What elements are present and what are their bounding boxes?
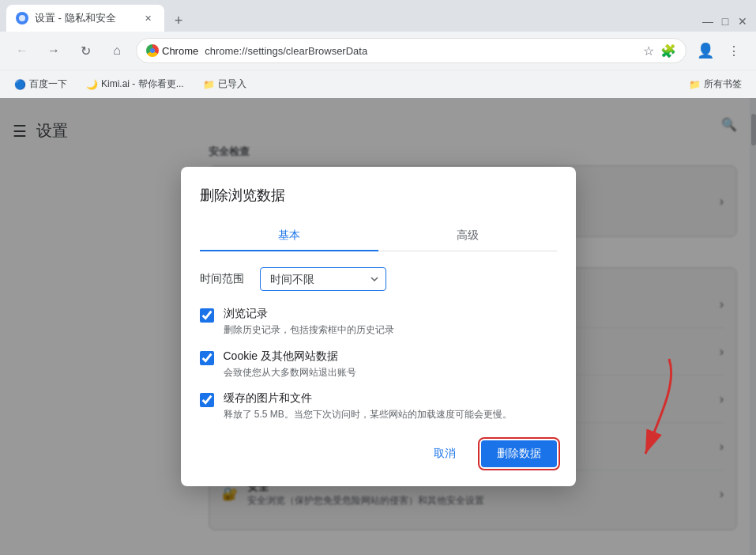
all-bookmarks-label: 所有书签: [704, 77, 742, 91]
minimize-button[interactable]: —: [701, 14, 715, 28]
bookmark-star-icon[interactable]: ☆: [643, 43, 654, 59]
folder-icon: 📁: [203, 79, 215, 90]
tab-basic[interactable]: 基本: [200, 221, 378, 251]
checkbox-cookies-content: Cookie 及其他网站数据 会致使您从大多数网站退出账号: [224, 349, 557, 379]
all-bookmarks-folder-icon: 📁: [689, 79, 701, 90]
time-range-row: 时间范围 时间不限 最近一小时 过去一天 过去一周 过去四周: [200, 267, 557, 291]
reload-button[interactable]: ↻: [73, 38, 98, 63]
tab-title: 设置 - 隐私和安全: [35, 11, 134, 25]
checkbox-history-title: 浏览记录: [224, 307, 557, 321]
bookmarks-bar: 🔵 百度一下 🌙 Kimi.ai - 帮你看更... 📁 已导入 📁 所有书签: [0, 70, 756, 98]
checkbox-cookies-desc: 会致使您从大多数网站退出账号: [224, 366, 557, 379]
imported-label: 已导入: [218, 77, 246, 91]
chrome-logo: Chrome: [146, 44, 198, 57]
red-arrow-annotation: [598, 351, 693, 478]
brand-name: Chrome: [162, 45, 198, 57]
forward-button[interactable]: →: [41, 38, 66, 63]
menu-button[interactable]: ⋮: [721, 38, 747, 63]
nav-icons: 👤 ⋮: [693, 38, 747, 63]
checkbox-cache-desc: 释放了 5.5 MB。当您下次访问时，某些网站的加载速度可能会更慢。: [224, 408, 557, 421]
dialog-tabs: 基本 高级: [200, 221, 557, 251]
bookmark-imported[interactable]: 📁 已导入: [198, 74, 251, 94]
delete-button[interactable]: 删除数据: [481, 440, 557, 467]
checkbox-cache-content: 缓存的图片和文件 释放了 5.5 MB。当您下次访问时，某些网站的加载速度可能会…: [224, 391, 557, 421]
address-bar[interactable]: Chrome chrome://settings/clearBrowserDat…: [136, 38, 686, 63]
dialog-overlay: 删除浏览数据 基本 高级 时间范围 时间不限 最近一小时 过去一天 过去一周 过…: [0, 98, 756, 555]
home-button[interactable]: ⌂: [104, 38, 130, 63]
active-tab[interactable]: 设置 - 隐私和安全 ✕: [6, 5, 164, 32]
maximize-button[interactable]: □: [718, 14, 732, 28]
kimi-icon: 🌙: [86, 79, 98, 90]
browser-window: 设置 - 隐私和安全 ✕ + — □ ✕ ← → ↻ ⌂ Chrome chro…: [0, 0, 756, 555]
bookmark-kimi[interactable]: 🌙 Kimi.ai - 帮你看更...: [81, 74, 189, 94]
checkbox-cache-title: 缓存的图片和文件: [224, 391, 557, 406]
tab-favicon: [16, 12, 28, 25]
nav-bar: ← → ↻ ⌂ Chrome chrome://settings/clearBr…: [0, 32, 756, 70]
tab-advanced[interactable]: 高级: [378, 221, 557, 251]
close-window-button[interactable]: ✕: [735, 14, 750, 28]
checkbox-history-input[interactable]: [200, 308, 214, 323]
svg-point-0: [19, 15, 25, 21]
new-tab-button[interactable]: +: [167, 9, 190, 32]
checkbox-cache: 缓存的图片和文件 释放了 5.5 MB。当您下次访问时，某些网站的加载速度可能会…: [200, 391, 557, 421]
checkbox-cache-input[interactable]: [200, 393, 214, 407]
checkbox-history-content: 浏览记录 删除历史记录，包括搜索框中的历史记录: [224, 307, 557, 337]
kimi-label: Kimi.ai - 帮你看更...: [101, 77, 184, 91]
baidu-label: 百度一下: [29, 77, 67, 91]
page-area: ☰ 设置 🔍 安全检查 🛡 Chrom... 内容筛... ›: [0, 98, 756, 555]
time-range-select[interactable]: 时间不限 最近一小时 过去一天 过去一周 过去四周: [260, 267, 386, 291]
checkbox-cookies-title: Cookie 及其他网站数据: [224, 349, 557, 364]
bookmark-all[interactable]: 📁 所有书签: [684, 74, 747, 94]
bookmark-baidu[interactable]: 🔵 百度一下: [9, 74, 72, 94]
time-range-label: 时间范围: [200, 272, 247, 286]
back-button[interactable]: ←: [9, 38, 35, 63]
checkbox-cookies: Cookie 及其他网站数据 会致使您从大多数网站退出账号: [200, 349, 557, 379]
clear-browser-data-dialog: 删除浏览数据 基本 高级 时间范围 时间不限 最近一小时 过去一天 过去一周 过…: [181, 167, 576, 486]
cancel-button[interactable]: 取消: [418, 440, 472, 467]
dialog-actions: 取消 删除数据: [200, 440, 557, 467]
baidu-icon: 🔵: [14, 79, 26, 90]
extensions-icon[interactable]: 🧩: [660, 43, 676, 59]
checkbox-cookies-input[interactable]: [200, 351, 214, 365]
url-text: chrome://settings/clearBrowserData: [205, 45, 367, 57]
checkbox-history-desc: 删除历史记录，包括搜索框中的历史记录: [224, 323, 557, 337]
dialog-title: 删除浏览数据: [200, 186, 557, 205]
tab-close-button[interactable]: ✕: [141, 11, 155, 25]
profile-icon[interactable]: 👤: [693, 38, 718, 63]
checkbox-history: 浏览记录 删除历史记录，包括搜索框中的历史记录: [200, 307, 557, 337]
tab-bar: 设置 - 隐私和安全 ✕ + — □ ✕: [0, 0, 756, 32]
